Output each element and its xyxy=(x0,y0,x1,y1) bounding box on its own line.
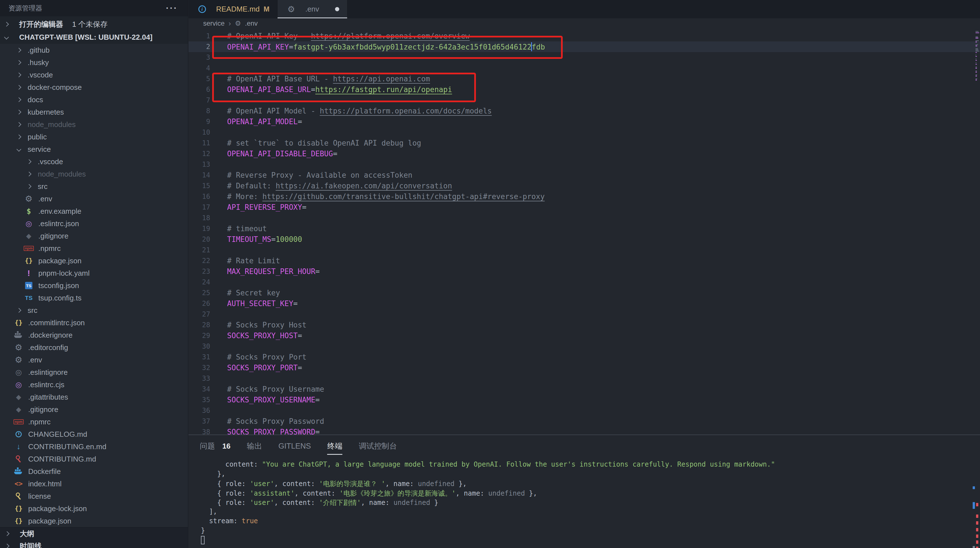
tree-item-.gitignore[interactable]: ◆.gitignore xyxy=(0,230,188,242)
tree-item-src[interactable]: src xyxy=(0,180,188,192)
tree-item-.vscode[interactable]: .vscode xyxy=(0,156,188,168)
editor-line-35[interactable]: 35SOCKS_PROXY_USERNAME= xyxy=(188,394,980,405)
editor-line-25[interactable]: 25# Secret key xyxy=(188,288,980,298)
tree-item-CONTRIBUTING.en.md[interactable]: ↓CONTRIBUTING.en.md xyxy=(0,440,188,453)
tree-item-.gitignore[interactable]: ◆.gitignore xyxy=(0,403,188,416)
tree-item-tsup.config.ts[interactable]: TStsup.config.ts xyxy=(0,292,188,304)
panel-tab-终端[interactable]: 终端 xyxy=(327,441,342,451)
editor-line-21[interactable]: 21 xyxy=(188,245,980,256)
tree-item-node_modules[interactable]: node_modules xyxy=(0,168,188,180)
editor-line-11[interactable]: 11# set `true` to disable OpenAI API deb… xyxy=(188,138,980,148)
editor-line-3[interactable]: 3 xyxy=(188,52,980,63)
editor-line-18[interactable]: 18 xyxy=(188,213,980,223)
tree-item-.vscode[interactable]: .vscode xyxy=(0,69,188,81)
tree-item-index.html[interactable]: <>index.html xyxy=(0,478,188,490)
html-icon: <> xyxy=(15,480,23,488)
tree-item-.eslintignore[interactable]: ◎.eslintignore xyxy=(0,366,188,378)
tree-item-.npmrc[interactable]: npm.npmrc xyxy=(0,242,188,254)
editor-line-17[interactable]: 17API_REVERSE_PROXY= xyxy=(188,202,980,213)
tree-item-.github[interactable]: .github xyxy=(0,44,188,56)
panel-tab-问题[interactable]: 问题16 xyxy=(200,441,231,451)
tree-item-src[interactable]: src xyxy=(0,304,188,316)
tree-item-.eslintrc.cjs[interactable]: ◎.eslintrc.cjs xyxy=(0,378,188,391)
editor-line-36[interactable]: 36 xyxy=(188,405,980,416)
panel-tab-输出[interactable]: 输出 xyxy=(247,441,262,451)
tree-item-CONTRIBUTING.md[interactable]: CONTRIBUTING.md xyxy=(0,453,188,465)
tree-item-label: .husky xyxy=(28,58,49,67)
breadcrumb-file[interactable]: .env xyxy=(245,19,258,27)
editor-line-32[interactable]: 32SOCKS_PROXY_PORT= xyxy=(188,362,980,373)
editor-line-38[interactable]: 38SOCKS_PROXY_PASSWORD= xyxy=(188,427,980,435)
editor-line-6[interactable]: 6OPENAI_API_BASE_URL=https://fastgpt.run… xyxy=(188,84,980,95)
tree-item-.env.example[interactable]: $.env.example xyxy=(0,205,188,218)
editor-line-29[interactable]: 29SOCKS_PROXY_HOST= xyxy=(188,330,980,341)
tree-item-docs[interactable]: docs xyxy=(0,94,188,106)
minimap[interactable] xyxy=(975,29,980,435)
editor-line-30[interactable]: 30 xyxy=(188,341,980,352)
tree-item-node_modules[interactable]: node_modules xyxy=(0,118,188,131)
tree-item-service[interactable]: service xyxy=(0,143,188,156)
editor-line-22[interactable]: 22# Rate Limit xyxy=(188,256,980,266)
tree-item-package.json[interactable]: {}package.json xyxy=(0,515,188,527)
editor-line-26[interactable]: 26AUTH_SECRET_KEY= xyxy=(188,298,980,309)
tree-item-CHANGELOG.md[interactable]: CHANGELOG.md xyxy=(0,428,188,440)
editor-line-13[interactable]: 13 xyxy=(188,159,980,170)
tree-item-tsconfig.json[interactable]: TStsconfig.json xyxy=(0,280,188,292)
editor-line-15[interactable]: 15# Default: https://ai.fakeopen.com/api… xyxy=(188,181,980,191)
tree-item-package.json[interactable]: {}package.json xyxy=(0,254,188,267)
code-text: SOCKS_PROXY_PASSWORD= xyxy=(210,428,320,435)
editor-line-2[interactable]: 2OPENAI_API_KEY=fastgpt-y6b3axfbdd5wyp01… xyxy=(188,41,980,52)
tree-item-.env[interactable]: ⚙.env xyxy=(0,192,188,205)
project-root-section[interactable]: CHATGPT-WEB [WSL: UBUNTU-22.04] xyxy=(0,31,188,43)
breadcrumb-folder[interactable]: service xyxy=(203,19,224,27)
editor-line-4[interactable]: 4 xyxy=(188,63,980,73)
editor-line-1[interactable]: 1# OpenAI API Key - https://platform.ope… xyxy=(188,31,980,41)
editor-line-33[interactable]: 33 xyxy=(188,373,980,384)
editor-line-31[interactable]: 31# Socks Proxy Port xyxy=(188,352,980,362)
tree-item-.gitattributes[interactable]: ◆.gitattributes xyxy=(0,391,188,403)
more-actions-icon[interactable]: ··· xyxy=(166,3,178,13)
tab-.env[interactable]: ⚙.env xyxy=(278,0,347,18)
editor-line-19[interactable]: 19# timeout xyxy=(188,223,980,234)
line-number: 22 xyxy=(188,257,210,265)
editor-line-37[interactable]: 37# Socks Proxy Password xyxy=(188,416,980,427)
tree-item-.eslintrc.json[interactable]: ◎.eslintrc.json xyxy=(0,218,188,230)
tree-item-kubernetes[interactable]: kubernetes xyxy=(0,106,188,118)
editor-line-16[interactable]: 16# More: https://github.com/transitive-… xyxy=(188,191,980,202)
tree-item-public[interactable]: public xyxy=(0,131,188,143)
editor-line-24[interactable]: 24 xyxy=(188,277,980,288)
panel-tab-调试控制台[interactable]: 调试控制台 xyxy=(359,441,397,451)
terminal[interactable]: content: "You are ChatGPT, a large langu… xyxy=(188,457,980,545)
tree-item-Dockerfile[interactable]: Dockerfile xyxy=(0,465,188,478)
editor-line-12[interactable]: 12OPENAI_API_DISABLE_DEBUG= xyxy=(188,148,980,159)
npm-icon: npm xyxy=(24,246,33,251)
code-editor[interactable]: 1# OpenAI API Key - https://platform.ope… xyxy=(188,29,980,435)
editor-line-10[interactable]: 10 xyxy=(188,127,980,138)
editor-line-28[interactable]: 28# Socks Proxy Host xyxy=(188,319,980,330)
editor-line-23[interactable]: 23MAX_REQUEST_PER_HOUR= xyxy=(188,266,980,277)
panel-tab-GITLENS[interactable]: GITLENS xyxy=(278,442,311,451)
tree-item-docker-compose[interactable]: docker-compose xyxy=(0,81,188,94)
tree-item-.dockerignore[interactable]: .dockerignore xyxy=(0,329,188,341)
bottom-panel: 问题16输出GITLENS终端调试控制台 content: "You are C… xyxy=(188,435,980,548)
tree-item-.env[interactable]: ⚙.env xyxy=(0,354,188,366)
editor-line-5[interactable]: 5# OpenAI API Base URL - https://api.ope… xyxy=(188,73,980,84)
tree-item-.editorconfig[interactable]: ⚙.editorconfig xyxy=(0,341,188,354)
outline-section[interactable]: 大纲 xyxy=(0,527,188,540)
tree-item-package-lock.json[interactable]: {}package-lock.json xyxy=(0,502,188,515)
editor-line-9[interactable]: 9OPENAI_API_MODEL= xyxy=(188,116,980,127)
editor-line-20[interactable]: 20TIMEOUT_MS=100000 xyxy=(188,234,980,245)
editor-line-8[interactable]: 8# OpenAI API Model - https://platform.o… xyxy=(188,106,980,116)
tree-item-pnpm-lock.yaml[interactable]: !pnpm-lock.yaml xyxy=(0,267,188,280)
tree-item-license[interactable]: license xyxy=(0,490,188,502)
timeline-section[interactable]: 时间线 xyxy=(0,540,188,548)
tree-item-.husky[interactable]: .husky xyxy=(0,56,188,69)
editor-line-27[interactable]: 27 xyxy=(188,309,980,319)
editor-line-34[interactable]: 34# Socks Proxy Username xyxy=(188,384,980,394)
editor-line-14[interactable]: 14# Reverse Proxy - Available on accessT… xyxy=(188,170,980,181)
editor-line-7[interactable]: 7 xyxy=(188,95,980,106)
tree-item-.npmrc[interactable]: npm.npmrc xyxy=(0,416,188,428)
open-editors-section[interactable]: 打开的编辑器 1 个未保存 xyxy=(0,18,188,30)
tab-README.md[interactable]: iREADME.mdM xyxy=(188,0,278,18)
tree-item-.commitlintrc.json[interactable]: {}.commitlintrc.json xyxy=(0,316,188,329)
